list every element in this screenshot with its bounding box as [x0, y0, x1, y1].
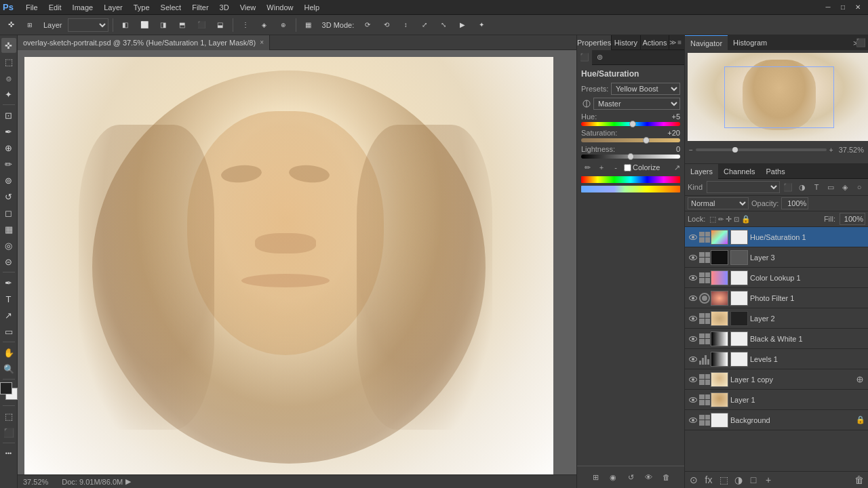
- layer-row-layer3[interactable]: Layer 3: [685, 247, 868, 268]
- light-thumb[interactable]: [627, 153, 634, 160]
- tab-paths[interactable]: Paths: [761, 164, 791, 179]
- lasso-tool[interactable]: ⌾: [1, 70, 16, 85]
- vis-layer1[interactable]: [688, 394, 698, 405]
- panel-clip-btn[interactable]: ⊞: [589, 470, 602, 484]
- hand-on-icon[interactable]: [581, 98, 592, 109]
- panel-eye-btn[interactable]: ◉: [606, 470, 620, 484]
- menu-window[interactable]: Window: [261, 0, 298, 15]
- align-btn-1[interactable]: ⊞: [22, 17, 38, 33]
- presets-select[interactable]: Yellow Boost: [611, 83, 680, 95]
- zoom-out-btn[interactable]: −: [689, 146, 693, 154]
- lock-all-btn[interactable]: 🔒: [741, 215, 751, 224]
- zoom-slider[interactable]: [696, 148, 827, 151]
- channel-select[interactable]: Master: [593, 98, 680, 110]
- eyedropper-tool[interactable]: ✒: [1, 124, 16, 139]
- tab-actions[interactable]: Actions: [641, 35, 670, 50]
- pen-tool[interactable]: ✒: [1, 275, 16, 290]
- kind-select[interactable]: [707, 181, 780, 193]
- healing-tool[interactable]: ⊕: [1, 140, 16, 155]
- menu-file[interactable]: File: [20, 0, 43, 15]
- canvas-wrapper[interactable]: [18, 50, 576, 474]
- link-layers-btn[interactable]: ⊙: [688, 474, 700, 486]
- layer-row-huesat1[interactable]: Hue/Saturation 1: [685, 227, 868, 247]
- menu-3d[interactable]: 3D: [214, 0, 235, 15]
- sub-sample-tool[interactable]: -: [610, 161, 622, 174]
- menu-help[interactable]: Help: [298, 0, 325, 15]
- layer-row-layer2[interactable]: Layer 2: [685, 308, 868, 329]
- vis-background[interactable]: [688, 415, 698, 426]
- path-tool[interactable]: ↗: [1, 308, 16, 323]
- mask-icon-btn[interactable]: ⊚: [592, 50, 607, 65]
- more-btn[interactable]: ▦: [300, 17, 317, 33]
- dodge-tool[interactable]: ⊝: [1, 254, 16, 269]
- vis-photofilter1[interactable]: [688, 293, 698, 304]
- gradient-tool[interactable]: ▦: [1, 222, 16, 237]
- marquee-tool[interactable]: ⬚: [1, 54, 16, 69]
- screen-mode-btn[interactable]: ⬛: [1, 425, 16, 440]
- delete-layer-btn[interactable]: 🗑: [853, 474, 865, 486]
- layer1copy-extra-btn[interactable]: [854, 374, 865, 385]
- panel-reset-btn[interactable]: ↺: [624, 470, 637, 484]
- move-tool[interactable]: ✜: [1, 38, 16, 53]
- new-group-btn[interactable]: □: [747, 474, 760, 486]
- layer-row-layer1[interactable]: Layer 1: [685, 390, 868, 410]
- layer-row-colorlookup1[interactable]: Color Lookup 1: [685, 268, 868, 288]
- close-button[interactable]: ✕: [850, 0, 865, 15]
- brush-tool[interactable]: ✏: [1, 157, 16, 171]
- tab-navigator[interactable]: Navigator: [685, 35, 728, 51]
- panel-view-btn[interactable]: 👁: [642, 470, 655, 484]
- layer-row-layer1copy[interactable]: Layer 1 copy: [685, 369, 868, 390]
- layer-row-bw1[interactable]: Black & White 1: [685, 329, 868, 349]
- vis-layer2[interactable]: [688, 313, 698, 324]
- quick-mask-btn[interactable]: ⬚: [1, 409, 16, 424]
- type-tool[interactable]: T: [1, 291, 16, 306]
- auto-align-btn[interactable]: ◈: [256, 17, 273, 33]
- layer-select[interactable]: [68, 18, 108, 32]
- align-bottom[interactable]: ⬓: [212, 17, 229, 33]
- huesat-icon-btn[interactable]: ⬛: [577, 50, 592, 65]
- vis-levels1[interactable]: [688, 354, 698, 365]
- layer-icon-huesat1[interactable]: [699, 232, 710, 243]
- vis-colorlookup1[interactable]: [688, 272, 698, 283]
- align-right[interactable]: ◨: [155, 17, 172, 33]
- tab-histogram[interactable]: Histogram: [728, 35, 772, 50]
- tab-channels[interactable]: Channels: [718, 164, 760, 179]
- move-tool-btn[interactable]: ✜: [3, 17, 19, 33]
- eraser-tool[interactable]: ◻: [1, 205, 16, 220]
- menu-layer[interactable]: Layer: [98, 0, 128, 15]
- icon-panel-btn1[interactable]: ⬛: [854, 37, 867, 49]
- filter-type-btn[interactable]: T: [810, 181, 823, 193]
- menu-edit[interactable]: Edit: [43, 0, 67, 15]
- filter-pixel-btn[interactable]: ⬛: [782, 181, 794, 193]
- menu-type[interactable]: Type: [128, 0, 155, 15]
- lock-artboard-btn[interactable]: ⊡: [734, 216, 739, 223]
- vis-huesat1[interactable]: [688, 232, 698, 243]
- panel-close-btn[interactable]: ≡: [677, 39, 682, 46]
- lock-pixels-btn[interactable]: ✏: [718, 216, 724, 223]
- 3d-btn-1[interactable]: ⟳: [359, 17, 376, 33]
- extra-tools-btn[interactable]: •••: [1, 446, 16, 461]
- tab-history[interactable]: History: [612, 35, 641, 50]
- vis-bw1[interactable]: [688, 333, 698, 344]
- 3d-btn-5[interactable]: ⤡: [435, 17, 452, 33]
- lock-transparent-btn[interactable]: ⬚: [709, 215, 716, 224]
- blur-tool[interactable]: ◎: [1, 238, 16, 253]
- panel-expand-btn[interactable]: ≫: [669, 39, 676, 46]
- zoom-in-btn[interactable]: +: [829, 146, 833, 154]
- menu-filter[interactable]: Filter: [186, 0, 214, 15]
- new-layer-btn[interactable]: +: [762, 474, 774, 486]
- align-top[interactable]: ⬒: [174, 17, 191, 33]
- menu-image[interactable]: Image: [67, 0, 99, 15]
- fg-color-swatch[interactable]: [0, 382, 12, 394]
- filter-toggle-btn[interactable]: ○: [853, 181, 865, 193]
- minimize-button[interactable]: ─: [821, 0, 835, 15]
- tab-properties[interactable]: Properties: [577, 35, 612, 50]
- vis-layer1copy[interactable]: [688, 374, 698, 385]
- hue-thumb[interactable]: [629, 121, 636, 127]
- clone-tool[interactable]: ⊚: [1, 173, 16, 188]
- align-left[interactable]: ◧: [117, 17, 134, 33]
- add-mask-btn[interactable]: ⬚: [717, 474, 730, 486]
- align-center-h[interactable]: ⬜: [136, 17, 153, 33]
- layer-styles-btn[interactable]: fx: [703, 474, 715, 486]
- shape-tool[interactable]: ▭: [1, 324, 16, 339]
